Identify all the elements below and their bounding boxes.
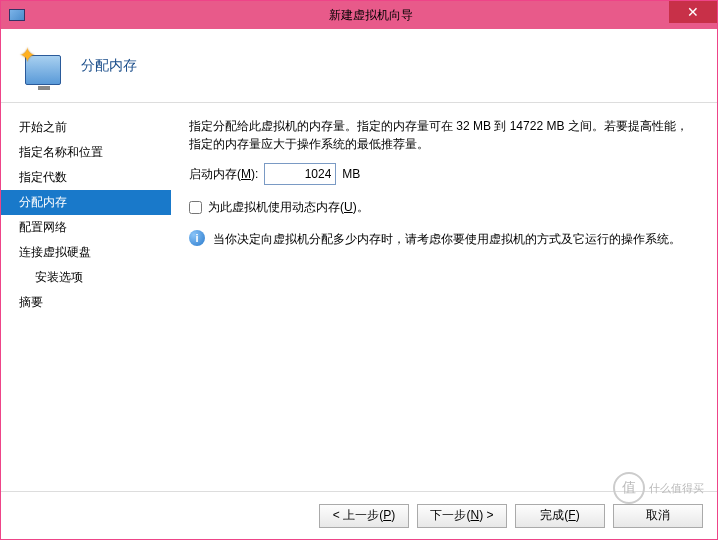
info-icon: i <box>189 230 205 246</box>
next-button[interactable]: 下一步(N) > <box>417 504 507 528</box>
window-title: 新建虚拟机向导 <box>25 7 717 24</box>
wizard-header: ✦ 分配内存 <box>1 29 717 103</box>
dynamic-memory-checkbox[interactable] <box>189 201 202 214</box>
sidebar-item-5[interactable]: 连接虚拟硬盘 <box>1 240 171 265</box>
close-button[interactable]: ✕ <box>669 1 717 23</box>
sidebar-item-1[interactable]: 指定名称和位置 <box>1 140 171 165</box>
finish-button[interactable]: 完成(F) <box>515 504 605 528</box>
sidebar-item-7[interactable]: 摘要 <box>1 290 171 315</box>
cancel-button[interactable]: 取消 <box>613 504 703 528</box>
info-row: i 当你决定向虚拟机分配多少内存时，请考虑你要使用虚拟机的方式及它运行的操作系统… <box>189 230 695 248</box>
wizard-sidebar: 开始之前指定名称和位置指定代数分配内存配置网络连接虚拟硬盘安装选项摘要 <box>1 103 171 491</box>
memory-row: 启动内存(M): MB <box>189 163 695 185</box>
wizard-content: 指定分配给此虚拟机的内存量。指定的内存量可在 32 MB 到 14722 MB … <box>171 103 717 491</box>
titlebar: 新建虚拟机向导 ✕ <box>1 1 717 29</box>
info-text: 当你决定向虚拟机分配多少内存时，请考虑你要使用虚拟机的方式及它运行的操作系统。 <box>213 230 681 248</box>
sidebar-item-0[interactable]: 开始之前 <box>1 115 171 140</box>
sidebar-item-2[interactable]: 指定代数 <box>1 165 171 190</box>
dynamic-memory-row: 为此虚拟机使用动态内存(U)。 <box>189 199 695 216</box>
app-icon <box>9 9 25 21</box>
page-title: 分配内存 <box>81 57 137 75</box>
memory-unit: MB <box>342 167 360 181</box>
memory-label: 启动内存(M): <box>189 166 258 183</box>
sidebar-item-4[interactable]: 配置网络 <box>1 215 171 240</box>
startup-memory-input[interactable] <box>264 163 336 185</box>
wizard-icon: ✦ <box>19 43 65 89</box>
sidebar-item-3[interactable]: 分配内存 <box>1 190 171 215</box>
description-text: 指定分配给此虚拟机的内存量。指定的内存量可在 32 MB 到 14722 MB … <box>189 117 695 153</box>
previous-button[interactable]: < 上一步(P) <box>319 504 409 528</box>
dynamic-memory-label: 为此虚拟机使用动态内存(U)。 <box>208 199 369 216</box>
sidebar-item-6[interactable]: 安装选项 <box>1 265 171 290</box>
wizard-footer: < 上一步(P) 下一步(N) > 完成(F) 取消 <box>1 491 717 539</box>
